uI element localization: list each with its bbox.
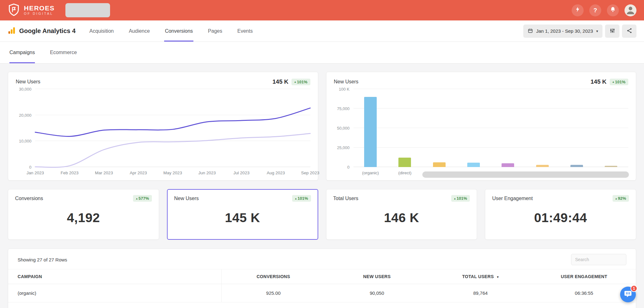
brand-text: HEROES OF DIGITAL bbox=[24, 4, 55, 16]
account-selector-redacted[interactable] bbox=[65, 3, 110, 17]
x-axis-label: Sep 2023 bbox=[301, 171, 319, 175]
chevron-down-icon: ▾ bbox=[596, 29, 598, 33]
campaigns-table-card: Showing 27 of 27 Rows CAMPAIGNCONVERSION… bbox=[8, 249, 636, 308]
brand-subname: OF DIGITAL bbox=[24, 12, 55, 16]
tab-conversions[interactable]: Conversions bbox=[164, 20, 193, 42]
y-axis-label: 0 bbox=[29, 165, 31, 170]
filters-button[interactable] bbox=[605, 25, 619, 38]
bar-slot bbox=[525, 89, 559, 167]
chat-bubble-icon bbox=[624, 290, 632, 299]
bar-direct[interactable] bbox=[398, 158, 411, 167]
page-title: Google Analytics 4 bbox=[19, 27, 75, 35]
table-row[interactable]: (organic)925.0090,05089,76406:36:55 bbox=[8, 284, 636, 302]
table-search-input[interactable] bbox=[571, 254, 626, 265]
bar-slot bbox=[559, 89, 594, 167]
card-header: New Users 145 K ▴101% bbox=[16, 78, 310, 85]
share-icon bbox=[626, 28, 632, 35]
google-analytics-icon bbox=[8, 26, 16, 36]
column-header-new-users[interactable]: NEW USERS bbox=[325, 274, 429, 279]
x-axis-label: Jun 2023 bbox=[198, 171, 216, 175]
product-navbar: Google Analytics 4 AcquisitionAudienceCo… bbox=[0, 20, 644, 42]
stat-title: Total Users bbox=[333, 196, 358, 201]
cell-new-users: 90,050 bbox=[325, 290, 429, 296]
user-avatar[interactable] bbox=[625, 4, 636, 16]
trend-badge: ▴101% bbox=[610, 79, 628, 85]
topbar-actions: ? bbox=[572, 4, 636, 16]
chart-summary: 145 K ▴101% bbox=[273, 78, 310, 85]
line-series-svg bbox=[35, 89, 310, 167]
plot-column: (organic)(direct) bbox=[353, 89, 629, 178]
bar-plot-area bbox=[353, 89, 629, 167]
chart-summary: 145 K ▴101% bbox=[591, 78, 628, 85]
x-axis-label: Apr 2023 bbox=[130, 171, 147, 175]
plot-column: Jan 2023Feb 2023Mar 2023Apr 2023May 2023… bbox=[35, 89, 310, 178]
stat-card-user-engagement[interactable]: User Engagement▴92%01:49:44 bbox=[485, 189, 636, 240]
stat-card-conversions[interactable]: Conversions▴577%4,192 bbox=[8, 189, 159, 240]
new-users-bar-chart-card: New Users 145 K ▴101% 025,00050,00075,00… bbox=[326, 72, 636, 181]
bar-col-5[interactable] bbox=[502, 163, 514, 167]
subtab-campaigns[interactable]: Campaigns bbox=[9, 42, 35, 63]
tab-pages[interactable]: Pages bbox=[207, 20, 223, 42]
chat-widget-button[interactable]: 1 bbox=[620, 287, 636, 302]
help-button[interactable]: ? bbox=[589, 4, 601, 16]
bar-col-7[interactable] bbox=[570, 165, 583, 167]
boost-button[interactable] bbox=[572, 4, 584, 16]
y-axis-label: 100 K bbox=[339, 87, 350, 92]
trend-up-icon: ▴ bbox=[295, 197, 297, 200]
horizontal-scrollbar[interactable] bbox=[422, 171, 629, 178]
y-axis: 025,00050,00075,000100 K bbox=[334, 89, 353, 167]
trend-up-icon: ▴ bbox=[294, 80, 296, 83]
notifications-button[interactable] bbox=[607, 4, 619, 16]
stat-card-header: Conversions▴577% bbox=[15, 195, 152, 202]
chart-title: New Users bbox=[16, 79, 40, 85]
bar-organic[interactable] bbox=[364, 97, 377, 167]
column-header-campaign[interactable]: CAMPAIGN bbox=[8, 269, 222, 284]
trend-badge: ▴577% bbox=[133, 195, 152, 202]
stat-value: 145 K bbox=[174, 202, 311, 234]
y-axis-label: 50,000 bbox=[337, 126, 350, 131]
y-axis-label: 0 bbox=[347, 165, 349, 170]
subtabs: CampaignsEcommerce bbox=[0, 42, 644, 64]
x-axis-label: Jul 2023 bbox=[233, 171, 249, 175]
bar-col-4[interactable] bbox=[467, 163, 480, 167]
x-axis: Jan 2023Feb 2023Mar 2023Apr 2023May 2023… bbox=[35, 167, 310, 178]
x-axis-label: Feb 2023 bbox=[61, 171, 79, 175]
bars-group bbox=[353, 89, 629, 167]
lightning-icon bbox=[575, 6, 581, 14]
sliders-icon bbox=[609, 28, 615, 35]
bar-col-6[interactable] bbox=[536, 165, 549, 167]
trend-badge: ▴101% bbox=[291, 79, 310, 85]
column-header-user-engagement[interactable]: USER ENGAGEMENT bbox=[532, 274, 636, 279]
table-header-row: CAMPAIGNCONVERSIONSNEW USERSTOTAL USERS▾… bbox=[8, 269, 636, 284]
date-range-picker[interactable]: Jan 1, 2023 - Sep 30, 2023 ▾ bbox=[523, 25, 602, 38]
column-header-total-users[interactable]: TOTAL USERS▾ bbox=[429, 274, 532, 279]
column-header-conversions[interactable]: CONVERSIONS bbox=[222, 274, 325, 279]
chat-unread-badge: 1 bbox=[630, 285, 637, 292]
tab-acquisition[interactable]: Acquisition bbox=[89, 20, 114, 42]
tab-events[interactable]: Events bbox=[237, 20, 253, 42]
line-chart: 010,00020,00030,000 Jan 2023Feb 2023Mar … bbox=[16, 89, 310, 178]
shield-logo-icon bbox=[8, 3, 20, 18]
tab-audience[interactable]: Audience bbox=[128, 20, 151, 42]
stat-card-header: User Engagement▴92% bbox=[492, 195, 629, 202]
brand-name: HEROES bbox=[24, 4, 55, 12]
stat-card-new-users[interactable]: New Users▴101%145 K bbox=[167, 189, 318, 240]
brand-logo[interactable]: HEROES OF DIGITAL bbox=[8, 3, 55, 18]
share-button[interactable] bbox=[622, 25, 636, 38]
stat-card-header: New Users▴101% bbox=[174, 195, 311, 202]
bar-x-label: (direct) bbox=[388, 167, 422, 178]
stat-value: 01:49:44 bbox=[492, 202, 629, 234]
stat-card-total-users[interactable]: Total Users▴101%146 K bbox=[326, 189, 477, 240]
y-axis-label: 20,000 bbox=[19, 113, 31, 117]
trend-up-icon: ▴ bbox=[613, 80, 614, 83]
bell-icon bbox=[610, 6, 616, 14]
y-axis-label: 10,000 bbox=[19, 139, 31, 143]
x-axis-label: Jan 2023 bbox=[26, 171, 44, 175]
topbar: HEROES OF DIGITAL ? bbox=[0, 0, 644, 20]
table-row-count: Showing 27 of 27 Rows bbox=[18, 257, 67, 262]
y-axis-label: 75,000 bbox=[337, 106, 350, 111]
bar-col-3[interactable] bbox=[433, 162, 446, 167]
subtab-ecommerce[interactable]: Ecommerce bbox=[50, 42, 77, 63]
bar-slot bbox=[491, 89, 525, 167]
new-users-line-chart-card: New Users 145 K ▴101% 010,00020,00030,00… bbox=[8, 72, 318, 181]
